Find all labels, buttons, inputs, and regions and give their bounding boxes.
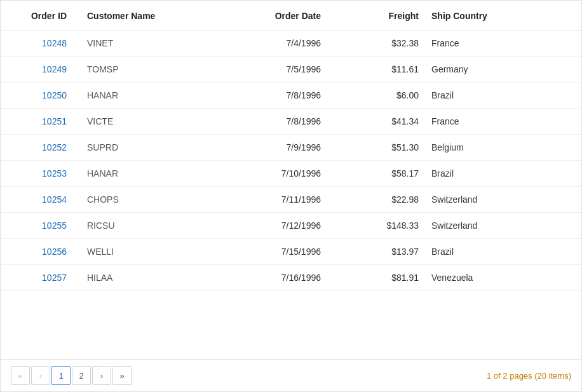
table-row: 10251VICTE7/8/1996$41.34France (1, 109, 581, 135)
main-container: Order ID Customer Name Order Date Freigh… (0, 0, 582, 392)
cell-freight: $51.30 (331, 135, 426, 161)
cell-orderid: 10249 (1, 57, 77, 83)
cell-freight: $58.17 (331, 161, 426, 187)
cell-date: 7/12/1996 (191, 213, 331, 239)
cell-freight: $148.33 (331, 213, 426, 239)
table-row: 10256WELLI7/15/1996$13.97Brazil (1, 239, 581, 265)
cell-freight: $32.38 (331, 30, 426, 57)
pagination-prev-button[interactable]: ‹ (31, 366, 50, 385)
cell-orderid: 10255 (1, 213, 77, 239)
cell-customer: SUPRD (77, 135, 191, 161)
cell-orderid: 10257 (1, 265, 77, 291)
cell-country: Brazil (426, 161, 581, 187)
col-header-freight: Freight (331, 1, 426, 30)
cell-customer: HANAR (77, 83, 191, 109)
cell-orderid: 10251 (1, 109, 77, 135)
table-wrapper: Order ID Customer Name Order Date Freigh… (1, 1, 581, 359)
cell-date: 7/4/1996 (191, 30, 331, 57)
cell-freight: $81.91 (331, 265, 426, 291)
cell-customer: WELLI (77, 239, 191, 265)
cell-customer: TOMSP (77, 57, 191, 83)
cell-orderid: 10250 (1, 83, 77, 109)
cell-date: 7/10/1996 (191, 161, 331, 187)
cell-freight: $13.97 (331, 239, 426, 265)
cell-customer: HILAA (77, 265, 191, 291)
cell-date: 7/8/1996 (191, 109, 331, 135)
cell-orderid: 10254 (1, 187, 77, 213)
pagination-bar: « ‹ 1 2 › » 1 of 2 pages (20 items) (1, 359, 581, 391)
pagination-controls: « ‹ 1 2 › » (11, 366, 132, 385)
cell-orderid: 10248 (1, 30, 77, 57)
pagination-next-button[interactable]: › (92, 366, 111, 385)
table-row: 10250HANAR7/8/1996$6.00Brazil (1, 83, 581, 109)
data-table: Order ID Customer Name Order Date Freigh… (1, 1, 581, 291)
col-header-orderid: Order ID (1, 1, 77, 30)
cell-orderid: 10253 (1, 161, 77, 187)
cell-date: 7/9/1996 (191, 135, 331, 161)
cell-country: Switzerland (426, 187, 581, 213)
table-row: 10257HILAA7/16/1996$81.91Venezuela (1, 265, 581, 291)
cell-date: 7/5/1996 (191, 57, 331, 83)
table-row: 10248VINET7/4/1996$32.38France (1, 30, 581, 57)
cell-country: Brazil (426, 239, 581, 265)
cell-freight: $11.61 (331, 57, 426, 83)
cell-customer: VINET (77, 30, 191, 57)
cell-country: Switzerland (426, 213, 581, 239)
cell-freight: $22.98 (331, 187, 426, 213)
cell-country: France (426, 30, 581, 57)
cell-country: France (426, 109, 581, 135)
cell-country: Brazil (426, 83, 581, 109)
cell-freight: $6.00 (331, 83, 426, 109)
cell-freight: $41.34 (331, 109, 426, 135)
pagination-first-button[interactable]: « (11, 366, 30, 385)
pagination-last-button[interactable]: » (112, 366, 132, 385)
cell-country: Venezuela (426, 265, 581, 291)
pagination-info: 1 of 2 pages (20 items) (487, 371, 571, 381)
pagination-page-2-button[interactable]: 2 (72, 366, 91, 385)
table-row: 10253HANAR7/10/1996$58.17Brazil (1, 161, 581, 187)
cell-customer: HANAR (77, 161, 191, 187)
col-header-date: Order Date (191, 1, 331, 30)
cell-country: Belgium (426, 135, 581, 161)
cell-date: 7/8/1996 (191, 83, 331, 109)
table-row: 10255RICSU7/12/1996$148.33Switzerland (1, 213, 581, 239)
col-header-country: Ship Country (426, 1, 581, 30)
cell-date: 7/15/1996 (191, 239, 331, 265)
cell-date: 7/16/1996 (191, 265, 331, 291)
cell-date: 7/11/1996 (191, 187, 331, 213)
cell-customer: CHOPS (77, 187, 191, 213)
table-row: 10254CHOPS7/11/1996$22.98Switzerland (1, 187, 581, 213)
table-row: 10249TOMSP7/5/1996$11.61Germany (1, 57, 581, 83)
col-header-customer: Customer Name (77, 1, 191, 30)
pagination-page-1-button[interactable]: 1 (51, 366, 71, 385)
cell-orderid: 10256 (1, 239, 77, 265)
cell-customer: RICSU (77, 213, 191, 239)
table-row: 10252SUPRD7/9/1996$51.30Belgium (1, 135, 581, 161)
cell-country: Germany (426, 57, 581, 83)
cell-orderid: 10252 (1, 135, 77, 161)
cell-customer: VICTE (77, 109, 191, 135)
